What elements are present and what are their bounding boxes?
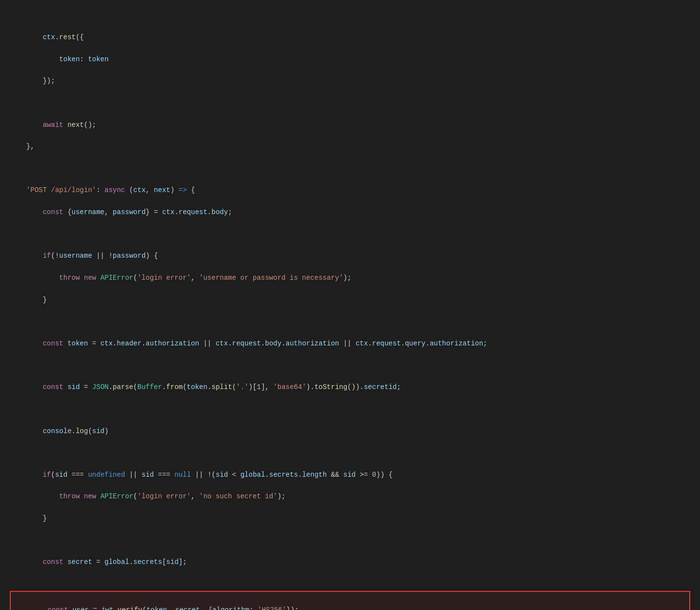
code-line — [10, 404, 690, 415]
code-line: const user = jwt.verify(token, secret, {… — [15, 605, 685, 610]
code-line: if(sid === undefined || sid === null || … — [10, 469, 690, 480]
code-line: const secret = global.secrets[sid]; — [10, 557, 690, 567]
code-editor: ctx.rest({ token: token }); await next()… — [0, 5, 700, 610]
code-line: await next(); — [10, 120, 690, 130]
code-line — [10, 447, 690, 458]
code-line: token: token — [10, 54, 690, 65]
code-line — [10, 98, 690, 108]
code-line: const sid = JSON.parse(Buffer.from(token… — [10, 382, 690, 392]
code-line: 'POST /api/login': async (ctx, next) => … — [10, 185, 690, 195]
code-line — [10, 317, 690, 327]
code-line: ctx.rest({ — [10, 32, 690, 43]
code-line: } — [10, 513, 690, 524]
code-line: throw new APIError('login error', 'no su… — [10, 491, 690, 502]
code-line: } — [10, 294, 690, 305]
code-line: const token = ctx.header.authorization |… — [10, 338, 690, 349]
code-line: }, — [10, 141, 690, 152]
code-line: console.log(sid) — [10, 426, 690, 437]
code-line: if(!username || !password) { — [10, 250, 690, 261]
code-line: throw new APIError('login error', 'usern… — [10, 272, 690, 283]
highlighted-block-1: const user = jwt.verify(token, secret, {… — [10, 591, 690, 610]
code-line: }); — [10, 75, 690, 86]
code-line — [10, 535, 690, 546]
code-line: const {username, password} = ctx.request… — [10, 207, 690, 218]
code-line — [10, 360, 690, 371]
code-line — [10, 163, 690, 174]
code-line — [10, 229, 690, 240]
